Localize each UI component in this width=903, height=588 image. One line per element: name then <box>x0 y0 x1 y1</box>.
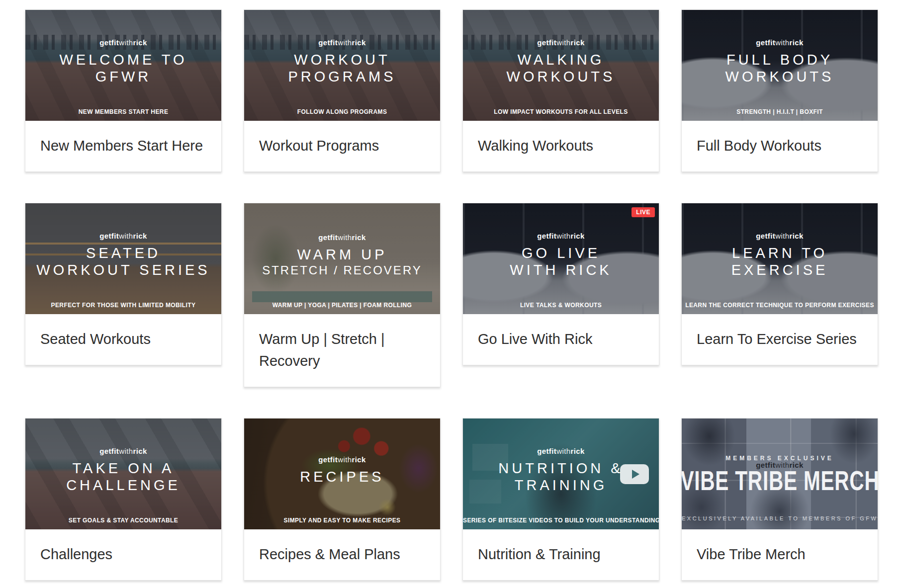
thumbnail-title-line2: WORKOUTS <box>507 69 616 85</box>
card-title[interactable]: Workout Programs <box>244 121 440 171</box>
thumbnail-text-block: getfitwithrick WALKING WORKOUTS <box>463 38 659 85</box>
brand-logo-light: with <box>338 38 352 47</box>
category-thumbnail[interactable]: getfitwithrick WARM UP STRETCH / RECOVER… <box>244 203 440 314</box>
category-card[interactable]: getfitwithrick WORKOUT PROGRAMS FOLLOW A… <box>244 9 441 172</box>
category-card[interactable]: getfitwithrick RECIPES SIMPLY AND EASY T… <box>244 418 441 581</box>
brand-logo: getfitwithrick <box>537 232 585 240</box>
card-title[interactable]: Full Body Workouts <box>682 121 878 171</box>
card-title[interactable]: Warm Up | Stretch | Recovery <box>244 314 440 387</box>
brand-logo: getfitwithrick <box>99 38 147 47</box>
thumbnail-title-line2: GFWR <box>59 69 187 85</box>
thumbnail-title-line2: EXERCISE <box>731 262 828 279</box>
thumbnail-title-line1: TAKE ON A <box>66 460 181 477</box>
card-title[interactable]: Go Live With Rick <box>463 314 659 365</box>
brand-logo-bold1: getfit <box>537 232 556 240</box>
thumbnail-tagline: FOLLOW ALONG PROGRAMS <box>244 108 440 115</box>
category-card[interactable]: getfitwithrick TAKE ON A CHALLENGE SET G… <box>25 418 222 581</box>
card-title[interactable]: New Members Start Here <box>25 121 221 171</box>
thumbnail-title: WORKOUT PROGRAMS <box>288 52 396 85</box>
brand-logo-bold1: getfit <box>537 38 556 47</box>
brand-logo: getfitwithrick <box>318 455 366 464</box>
brand-logo-bold1: getfit <box>756 38 775 47</box>
card-title[interactable]: Nutrition & Training <box>463 529 659 580</box>
thumbnail-text-block: getfitwithrick SEATED WORKOUT SERIES <box>25 232 221 278</box>
thumbnail-text-block: getfitwithrick LEARN TO EXERCISE <box>682 232 878 278</box>
thumbnail-tagline: LIVE TALKS & WORKOUTS <box>463 302 659 309</box>
thumbnail-title-line2: WORKOUTS <box>725 69 834 85</box>
category-card[interactable]: getfitwithrick WARM UP STRETCH / RECOVER… <box>244 203 441 387</box>
brand-logo-bold1: getfit <box>99 38 119 47</box>
thumbnail-title-line2: STRETCH / RECOVERY <box>262 263 422 277</box>
category-grid: getfitwithrick WELCOME TO GFWR NEW MEMBE… <box>0 0 903 581</box>
category-card[interactable]: getfitwithrick WELCOME TO GFWR NEW MEMBE… <box>25 9 222 172</box>
brand-logo-bold1: getfit <box>99 232 119 240</box>
thumbnail-title-line1: LEARN TO <box>731 245 828 262</box>
category-card[interactable]: getfitwithrick NUTRITION & TRAINING SERI… <box>462 418 659 581</box>
brand-logo-bold1: getfit <box>756 232 775 240</box>
brand-logo-light: with <box>556 232 570 240</box>
category-thumbnail[interactable]: LIVE getfitwithrick GO LIVE WITH RICK LI… <box>463 203 659 314</box>
live-badge: LIVE <box>632 207 655 217</box>
card-title[interactable]: Learn To Exercise Series <box>682 314 878 365</box>
thumbnail-title-line1: WALKING <box>507 52 616 69</box>
thumbnail-tagline: NEW MEMBERS START HERE <box>25 108 221 115</box>
thumbnail-tagline: PERFECT FOR THOSE WITH LIMITED MOBILITY <box>25 302 221 309</box>
category-card[interactable]: getfitwithrick WALKING WORKOUTS LOW IMPA… <box>462 9 659 172</box>
category-thumbnail[interactable]: getfitwithrick RECIPES SIMPLY AND EASY T… <box>244 419 440 529</box>
card-title[interactable]: Challenges <box>25 529 221 580</box>
thumbnail-title: WELCOME TO GFWR <box>59 52 187 85</box>
thumbnail-title: VIBE TRIBE MERCH <box>682 466 878 496</box>
brand-logo-light: with <box>338 455 352 464</box>
category-thumbnail[interactable]: getfitwithrick LEARN TO EXERCISE LEARN T… <box>682 203 878 314</box>
brand-logo-bold2: rick <box>790 232 804 240</box>
thumbnail-text-block: getfitwithrick WELCOME TO GFWR <box>25 38 221 85</box>
brand-logo: getfitwithrick <box>318 38 366 47</box>
category-thumbnail[interactable]: getfitwithrick WELCOME TO GFWR NEW MEMBE… <box>25 10 221 121</box>
thumbnail-text-block: getfitwithrick WORKOUT PROGRAMS <box>244 38 440 85</box>
brand-logo-bold2: rick <box>571 38 585 47</box>
brand-logo-bold2: rick <box>571 232 585 240</box>
category-thumbnail[interactable]: getfitwithrick WALKING WORKOUTS LOW IMPA… <box>463 10 659 121</box>
thumbnail-tagline: EXCLUSIVELY AVAILABLE TO MEMBERS OF GFWR <box>682 515 878 521</box>
thumbnail-tagline: SERIES OF BITESIZE VIDEOS TO BUILD YOUR … <box>463 517 659 524</box>
brand-logo: getfitwithrick <box>756 232 804 240</box>
brand-logo-bold1: getfit <box>318 455 338 464</box>
thumbnail-title: GO LIVE WITH RICK <box>510 245 612 278</box>
brand-logo-bold1: getfit <box>318 233 338 242</box>
thumbnail-title: FULL BODY WORKOUTS <box>725 52 834 85</box>
category-thumbnail[interactable]: getfitwithrick WORKOUT PROGRAMS FOLLOW A… <box>244 10 440 121</box>
card-title[interactable]: Recipes & Meal Plans <box>244 529 440 580</box>
thumbnail-title-line1: WARM UP <box>262 247 422 263</box>
thumbnail-title-line1: SEATED <box>36 245 210 262</box>
thumbnail-title: WARM UP STRETCH / RECOVERY <box>262 247 422 277</box>
category-card[interactable]: getfitwithrick SEATED WORKOUT SERIES PER… <box>25 203 222 365</box>
category-card[interactable]: getfitwithrick LEARN TO EXERCISE LEARN T… <box>681 203 878 365</box>
thumbnail-title-line2: WORKOUT SERIES <box>36 262 210 279</box>
thumbnail-title: RECIPES <box>300 469 384 486</box>
brand-logo-bold2: rick <box>133 232 147 240</box>
category-card[interactable]: getfitwithrick FULL BODY WORKOUTS STRENG… <box>681 9 878 172</box>
brand-logo-bold2: rick <box>352 233 366 242</box>
thumbnail-title-line1: WORKOUT <box>288 52 396 69</box>
category-thumbnail[interactable]: getfitwithrick SEATED WORKOUT SERIES PER… <box>25 203 221 314</box>
thumbnail-title-line1: WELCOME TO <box>59 52 187 69</box>
brand-logo: getfitwithrick <box>537 447 585 455</box>
thumbnail-title-line1: RECIPES <box>300 469 384 486</box>
brand-logo-light: with <box>775 38 789 47</box>
thumbnail-title-line1: GO LIVE <box>510 245 612 262</box>
thumbnail-title-line2: TRAINING <box>498 477 623 494</box>
category-thumbnail[interactable]: getfitwithrick MEMBERS EXCLUSIVE VIBE TR… <box>682 419 878 529</box>
category-card[interactable]: getfitwithrick MEMBERS EXCLUSIVE VIBE TR… <box>681 418 878 581</box>
thumbnail-title-line2: PROGRAMS <box>288 69 396 85</box>
category-card[interactable]: LIVE getfitwithrick GO LIVE WITH RICK LI… <box>462 203 659 365</box>
thumbnail-text-block: getfitwithrick MEMBERS EXCLUSIVE VIBE TR… <box>682 455 878 496</box>
thumbnail-text-block: getfitwithrick RECIPES <box>244 455 440 486</box>
category-thumbnail[interactable]: getfitwithrick FULL BODY WORKOUTS STRENG… <box>682 10 878 121</box>
thumbnail-text-block: getfitwithrick GO LIVE WITH RICK <box>463 232 659 278</box>
category-thumbnail[interactable]: getfitwithrick NUTRITION & TRAINING SERI… <box>463 419 659 529</box>
card-title[interactable]: Walking Workouts <box>463 121 659 171</box>
card-title[interactable]: Vibe Tribe Merch <box>682 529 878 580</box>
thumbnail-text-block: getfitwithrick TAKE ON A CHALLENGE <box>25 447 221 494</box>
category-thumbnail[interactable]: getfitwithrick TAKE ON A CHALLENGE SET G… <box>25 419 221 529</box>
card-title[interactable]: Seated Workouts <box>25 314 221 365</box>
